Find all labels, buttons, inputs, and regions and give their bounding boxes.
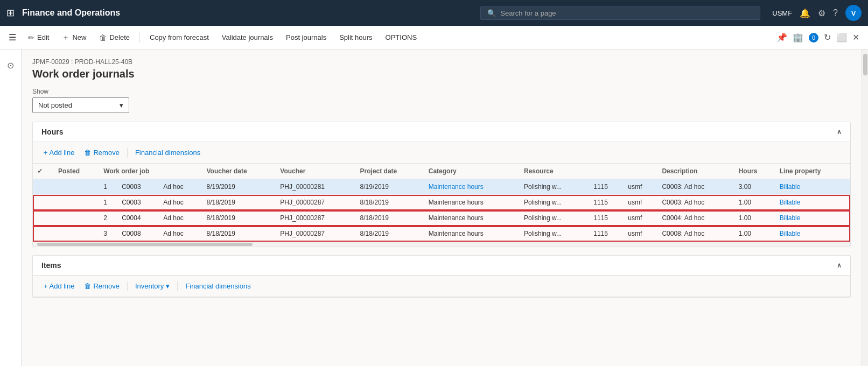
show-dropdown-value: Not posted [38, 101, 72, 109]
main-area: ⊙ JPMF-00029 : PROD-HALL25-40B Work orde… [0, 50, 868, 366]
user-avatar[interactable]: V [845, 5, 862, 21]
show-dropdown[interactable]: Not posted ▾ [32, 97, 129, 113]
office-icon[interactable]: 🏢 [793, 32, 803, 43]
table-cell: C0003 [117, 179, 159, 195]
table-cell: Maintenance hours [424, 226, 520, 242]
scroll-thumb [863, 54, 867, 75]
table-cell: Polishing w... [520, 179, 589, 195]
table-cell: Ad hoc [159, 179, 202, 195]
table-cell [33, 210, 54, 226]
col-resource: Resource [520, 164, 657, 179]
table-cell: usmf [624, 210, 657, 226]
table-cell: usmf [624, 195, 657, 210]
table-cell: Maintenance hours [424, 179, 520, 195]
table-row[interactable]: 2C0004Ad hoc8/18/2019PHJ_000002878/18/20… [33, 210, 850, 226]
col-voucher-date: Voucher date [202, 164, 276, 179]
table-cell: Polishing w... [520, 210, 589, 226]
right-scrollbar[interactable] [862, 50, 868, 366]
table-cell: 3.00 [734, 179, 775, 195]
hours-collapse-button[interactable]: ∧ [837, 128, 842, 136]
table-cell: usmf [624, 226, 657, 242]
items-add-line-button[interactable]: + Add line [39, 280, 79, 292]
left-sidebar: ⊙ [0, 50, 22, 366]
close-icon[interactable]: ✕ [852, 32, 859, 43]
table-cell: PHJ_00000287 [276, 226, 355, 242]
col-description: Description [657, 164, 734, 179]
settings-icon[interactable]: ⚙ [818, 8, 825, 18]
table-cell: 1 [99, 195, 117, 210]
search-bar[interactable]: 🔍 Search for a page [480, 6, 760, 20]
options-button[interactable]: OPTIONS [380, 30, 423, 45]
refresh-icon[interactable]: ↻ [824, 32, 831, 43]
table-cell: 1115 [589, 210, 624, 226]
hours-table-header-row: ✓ Posted Work order job Voucher date Vou… [33, 164, 850, 179]
app-title: Finance and Operations [22, 8, 120, 18]
table-cell: 1 [99, 179, 117, 195]
table-cell [54, 179, 99, 195]
table-cell: 1115 [589, 179, 624, 195]
items-section: Items ∧ + Add line 🗑 Remove Inventory ▾ [32, 255, 851, 298]
copy-from-forecast-button[interactable]: Copy from forecast [144, 30, 214, 45]
show-section: Show Not posted ▾ [32, 88, 851, 113]
table-cell: 3 [99, 226, 117, 242]
table-cell: 1115 [589, 226, 624, 242]
validate-journals-button[interactable]: Validate journals [216, 30, 278, 45]
app-grid-icon[interactable]: ⊞ [6, 7, 15, 19]
hamburger-icon[interactable]: ☰ [9, 32, 16, 43]
table-cell: 8/18/2019 [202, 195, 276, 210]
table-cell: C0003: Ad hoc [657, 195, 734, 210]
col-voucher: Voucher [276, 164, 355, 179]
new-button[interactable]: ＋ New [57, 30, 92, 46]
table-cell [54, 226, 99, 242]
table-cell: PHJ_00000287 [276, 195, 355, 210]
breadcrumb: JPMF-00029 : PROD-HALL25-40B [32, 58, 851, 66]
hours-remove-button[interactable]: 🗑 Remove [80, 146, 123, 159]
table-cell: 8/18/2019 [356, 226, 424, 242]
table-cell: Maintenance hours [424, 210, 520, 226]
help-icon[interactable]: ? [833, 8, 838, 18]
content-area: JPMF-00029 : PROD-HALL25-40B Work order … [22, 50, 862, 366]
filter-icon[interactable]: ⊙ [3, 56, 18, 75]
edit-button[interactable]: ✏ Edit [23, 30, 54, 45]
hours-section: Hours ∧ + Add line 🗑 Remove Financial di… [32, 122, 851, 247]
table-cell: C0008: Ad hoc [657, 226, 734, 242]
split-hours-button[interactable]: Split hours [334, 30, 377, 45]
table-cell: 1115 [589, 195, 624, 210]
table-row[interactable]: 3C0008Ad hoc8/18/2019PHJ_000002878/18/20… [33, 226, 850, 242]
table-cell [33, 226, 54, 242]
table-cell: 8/19/2019 [202, 179, 276, 195]
pin-icon[interactable]: 📌 [776, 32, 787, 43]
items-remove-button[interactable]: 🗑 Remove [80, 280, 123, 292]
notification-icon[interactable]: 🔔 [800, 8, 810, 18]
username: USMF [772, 9, 792, 17]
table-cell: Billable [775, 226, 850, 242]
hours-add-line-button[interactable]: + Add line [39, 146, 79, 159]
table-cell: C0003: Ad hoc [657, 179, 734, 195]
delete-icon: 🗑 [99, 33, 107, 42]
edit-icon: ✏ [28, 33, 34, 42]
command-bar: ☰ ✏ Edit ＋ New 🗑 Delete Copy from foreca… [0, 26, 868, 50]
table-cell: usmf [624, 179, 657, 195]
table-row[interactable]: 1C0003Ad hoc8/19/2019PHJ_000002818/19/20… [33, 179, 850, 195]
table-cell: 1.00 [734, 210, 775, 226]
hours-table-scrollbar[interactable] [33, 242, 850, 246]
popout-icon[interactable]: ⬜ [836, 32, 847, 43]
inventory-chevron-icon: ▾ [166, 282, 170, 290]
table-cell: Billable [775, 195, 850, 210]
items-financial-dimensions-button[interactable]: Financial dimensions [181, 280, 255, 292]
inventory-button[interactable]: Inventory ▾ [131, 280, 174, 292]
table-cell: Billable [775, 179, 850, 195]
financial-dimensions-button[interactable]: Financial dimensions [131, 146, 205, 159]
delete-button[interactable]: 🗑 Delete [94, 30, 135, 45]
badge-zero[interactable]: 0 [809, 33, 818, 43]
items-collapse-button[interactable]: ∧ [837, 262, 842, 269]
table-cell [54, 195, 99, 210]
section-divider [127, 148, 128, 158]
table-cell: C0008 [117, 226, 159, 242]
table-row[interactable]: 1C0003Ad hoc8/18/2019PHJ_000002878/18/20… [33, 195, 850, 210]
divider [139, 32, 140, 43]
top-navigation: ⊞ Finance and Operations 🔍 Search for a … [0, 0, 868, 26]
post-journals-button[interactable]: Post journals [281, 30, 332, 45]
search-icon: 🔍 [487, 9, 496, 17]
items-section-title: Items [41, 261, 61, 270]
